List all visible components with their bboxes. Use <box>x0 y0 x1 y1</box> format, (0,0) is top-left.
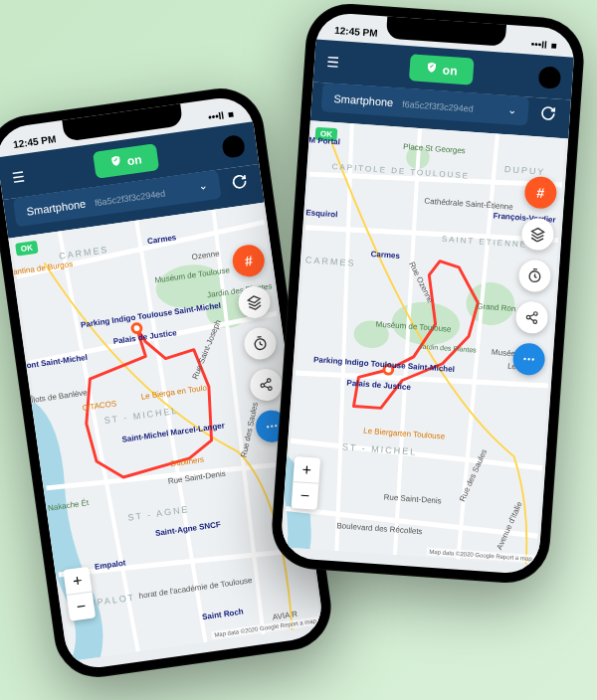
zoom-in-button[interactable]: + <box>293 456 320 484</box>
svg-point-23 <box>523 358 525 360</box>
signal-icon: •••Il <box>207 109 224 122</box>
map-view[interactable]: OK CARMES ST - MICHEL ST - AGNE EMPALOT … <box>8 203 323 662</box>
share-button[interactable] <box>248 367 284 403</box>
svg-point-25 <box>531 358 533 360</box>
phone-mockup-right: 12:45 PM •••Il ■ ☰ on Smartphone f6a5c2f… <box>269 1 586 586</box>
tracking-on-button[interactable]: on <box>93 143 159 179</box>
status-icons: •••Il ■ <box>530 38 557 51</box>
hash-button[interactable]: # <box>523 176 557 210</box>
zoom-out-button[interactable]: − <box>67 592 96 620</box>
device-id: f6a5c2f3f3c294ed <box>94 188 165 208</box>
hash-button[interactable]: # <box>231 243 267 278</box>
map-view[interactable]: OK CAPITOLE DE TOULOUSE DUPUY SAINT ETIE… <box>281 120 568 565</box>
refresh-button[interactable] <box>226 168 253 195</box>
more-button[interactable] <box>512 342 546 376</box>
refresh-button[interactable] <box>535 100 561 126</box>
device-label: Smartphone <box>26 197 87 217</box>
svg-point-11 <box>275 425 278 428</box>
profile-avatar-icon[interactable] <box>221 133 246 158</box>
tracking-on-button[interactable]: on <box>409 54 474 85</box>
timer-button[interactable] <box>242 325 278 361</box>
layers-button[interactable] <box>237 284 273 320</box>
menu-icon[interactable]: ☰ <box>11 167 31 185</box>
svg-point-9 <box>267 426 270 429</box>
on-label: on <box>442 63 458 78</box>
chevron-down-icon: ⌄ <box>198 179 209 193</box>
profile-avatar-icon[interactable] <box>538 66 561 88</box>
status-time: 12:45 PM <box>334 24 378 38</box>
device-id: f6a5c2f3f3c294ed <box>402 98 474 113</box>
shield-icon <box>109 154 123 171</box>
zoom-in-button[interactable]: + <box>63 567 92 596</box>
device-label: Smartphone <box>333 91 394 107</box>
signal-icon: •••Il <box>530 38 547 50</box>
svg-point-24 <box>527 358 529 360</box>
status-time: 12:45 PM <box>12 133 56 150</box>
on-label: on <box>126 152 142 168</box>
battery-icon: ■ <box>550 40 557 51</box>
battery-icon: ■ <box>227 107 235 119</box>
svg-point-8 <box>268 387 272 391</box>
zoom-control: + − <box>292 456 321 510</box>
screen: 12:45 PM •••Il ■ ☰ on Smartphone f6a5c2f… <box>280 12 576 576</box>
share-button[interactable] <box>514 300 548 334</box>
chevron-down-icon: ⌄ <box>507 103 517 117</box>
shield-icon <box>425 61 438 77</box>
layers-button[interactable] <box>520 217 554 251</box>
status-icons: •••Il ■ <box>207 107 234 122</box>
zoom-out-button[interactable]: − <box>292 482 319 510</box>
timer-button[interactable] <box>517 259 551 292</box>
menu-icon[interactable]: ☰ <box>325 54 344 71</box>
svg-point-10 <box>271 425 274 428</box>
screen: 12:45 PM •••Il ■ ☰ on Smartphone f6a5c2f… <box>0 94 325 672</box>
